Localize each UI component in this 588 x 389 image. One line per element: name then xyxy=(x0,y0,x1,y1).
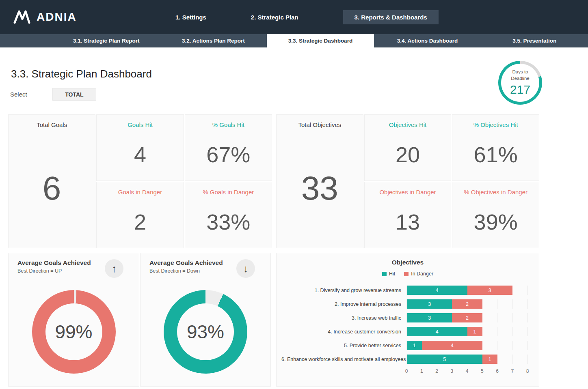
bar-row: 6. Enhance workforce skills and motivate… xyxy=(281,355,527,364)
bar-segment-in-danger: 1 xyxy=(482,355,497,364)
bar-segment-hit: 1 xyxy=(407,341,422,350)
bar-category-label: 5. Provide better services xyxy=(281,343,406,348)
kpi-pct-goals-in-danger-label: % Goals in Danger xyxy=(203,189,254,196)
kpi-pct-goals-in-danger-value: 33% xyxy=(206,209,250,234)
x-axis-tick: 8 xyxy=(526,368,529,374)
bar-row: 4. Increase customer conversion41 xyxy=(281,327,527,336)
days-to-deadline-inner: Days to Deadline 217 xyxy=(501,64,539,102)
bar-segment-hit: 3 xyxy=(407,313,452,322)
kpi-pct-objectives-in-danger: % Objectives in Danger 39% xyxy=(452,182,539,248)
card-head-text: Average Goals Achieved Best Direction = … xyxy=(17,259,91,274)
select-row: Select TOTAL xyxy=(10,88,96,101)
total-select-button[interactable]: TOTAL xyxy=(52,88,96,101)
hit-legend-swatch xyxy=(382,272,387,276)
nav-strategic-plan[interactable]: 2. Strategic Plan xyxy=(251,14,298,21)
bar-track: 51 xyxy=(406,355,527,364)
kpi-pct-goals-in-danger: % Goals in Danger 33% xyxy=(185,182,272,248)
kpi-total-goals: Total Goals 6 xyxy=(8,114,95,248)
avg-goals-achieved-down-card: Average Goals Achieved Best Direction = … xyxy=(140,253,271,387)
nav-reports-dashboards[interactable]: 3. Reports & Dashboards xyxy=(343,10,439,24)
x-axis-tick: 7 xyxy=(511,368,514,374)
tab-strategic-plan-report[interactable]: 3.1. Strategic Plan Report xyxy=(53,34,160,47)
days-to-deadline-gauge: Days to Deadline 217 xyxy=(498,61,542,105)
in-danger-legend-label: In Danger xyxy=(411,271,433,277)
bar-track: 43 xyxy=(406,286,527,295)
legend-item-hit: Hit xyxy=(382,271,395,277)
bar-category-label: 3. Increase web traffic xyxy=(281,315,406,321)
gauge-card-subtitle: Best Direction = Down xyxy=(149,268,223,274)
tab-actions-plan-report[interactable]: 3.2. Actions Plan Report xyxy=(160,34,267,47)
strategic-dashboard-page: ADNIA 1. Settings 2. Strategic Plan 3. R… xyxy=(0,0,588,389)
kpi-goals-hit-value: 4 xyxy=(134,142,146,167)
avg-goals-achieved-up-card: Average Goals Achieved Best Direction = … xyxy=(8,253,139,387)
adnia-logo-icon xyxy=(12,10,31,24)
chart-legend: Hit In Danger xyxy=(277,271,539,277)
x-axis-tick: 2 xyxy=(435,368,438,374)
card-head: Average Goals Achieved Best Direction = … xyxy=(9,253,139,278)
nav-settings[interactable]: 1. Settings xyxy=(175,14,206,21)
bar-category-label: 4. Increase customer conversion xyxy=(281,329,406,335)
down-arrow-icon: ↓ xyxy=(236,259,255,278)
gauge-card-title: Average Goals Achieved xyxy=(149,259,223,266)
bar-row: 2. Improve internal processes32 xyxy=(281,299,527,309)
donut-hole: 93% xyxy=(177,303,234,360)
x-axis-tick: 3 xyxy=(450,368,453,374)
bar-segment-hit: 4 xyxy=(407,286,467,295)
bar-track: 32 xyxy=(406,299,527,309)
bar-segment-hit: 3 xyxy=(407,299,452,309)
bar-category-label: 6. Enhance workforce skills and motivate… xyxy=(281,357,406,362)
kpi-pct-objectives-hit-value: 61% xyxy=(474,142,518,167)
select-label: Select xyxy=(10,91,52,98)
bar-track: 14 xyxy=(406,341,527,350)
x-axis-tick: 5 xyxy=(481,368,484,374)
brand-logo[interactable]: ADNIA xyxy=(0,10,77,24)
bar-row: 5. Provide better services14 xyxy=(281,341,527,350)
kpi-objectives-in-danger-value: 13 xyxy=(396,209,420,234)
kpi-pct-objectives-hit-label: % Objectives Hit xyxy=(473,121,518,128)
x-axis: 012345678 xyxy=(406,368,527,375)
kpi-pct-goals-hit-value: 67% xyxy=(206,142,250,167)
bar-segment-in-danger: 1 xyxy=(467,327,482,336)
kpi-total-goals-value: 6 xyxy=(43,169,61,207)
bar-segment-in-danger: 2 xyxy=(452,313,482,322)
kpi-pct-objectives-in-danger-value: 39% xyxy=(474,209,518,234)
x-axis-tick: 4 xyxy=(466,368,469,374)
donut-percent: 99% xyxy=(55,321,92,343)
bar-category-label: 1. Diversify and grow revenue streams xyxy=(281,288,406,293)
kpi-goals-hit-label: Goals Hit xyxy=(128,121,153,128)
in-danger-legend-swatch xyxy=(404,272,409,276)
tab-actions-dashboard[interactable]: 3.4. Actions Dashboard xyxy=(374,34,481,47)
kpi-total-objectives: Total Objectives 33 xyxy=(276,114,363,248)
chart-title: Objectives xyxy=(277,259,539,266)
kpi-pct-objectives-in-danger-label: % Objectives in Danger xyxy=(464,189,527,196)
deadline-label-line2: Deadline xyxy=(511,75,529,82)
kpi-goals-in-danger: Goals in Danger 2 xyxy=(96,182,184,248)
bar-track: 32 xyxy=(406,313,527,322)
tab-strategic-dashboard[interactable]: 3.3. Strategic Dashboard xyxy=(267,34,374,47)
kpi-objectives-hit: Objectives Hit 20 xyxy=(364,114,452,181)
gauge-card-subtitle: Best Direction = UP xyxy=(17,268,91,274)
goals-kpi-panel: Total Goals 6 Goals Hit 4 % Goals Hit 67… xyxy=(8,114,272,248)
gauge-card-title: Average Goals Achieved xyxy=(17,259,91,266)
bar-segment-hit: 4 xyxy=(407,327,467,336)
up-arrow-icon: ↑ xyxy=(105,259,123,278)
goals-donut-down: 93% xyxy=(164,290,247,374)
top-header: ADNIA 1. Settings 2. Strategic Plan 3. R… xyxy=(0,0,588,34)
bar-segment-in-danger: 4 xyxy=(422,341,482,350)
kpi-objectives-hit-value: 20 xyxy=(396,142,420,167)
chart-body: 1. Diversify and grow revenue streams432… xyxy=(277,286,539,375)
legend-item-in-danger: In Danger xyxy=(404,271,433,277)
up-arrow-glyph: ↑ xyxy=(112,263,117,275)
tab-presentation[interactable]: 3.5. Presentation xyxy=(481,34,588,47)
bar-row: 1. Diversify and grow revenue streams43 xyxy=(281,286,527,295)
deadline-value: 217 xyxy=(510,83,530,97)
kpi-total-objectives-value: 33 xyxy=(301,169,338,207)
hit-legend-label: Hit xyxy=(389,271,395,277)
kpi-objectives-in-danger-label: Objectives in Danger xyxy=(379,189,436,196)
kpi-objectives-hit-label: Objectives Hit xyxy=(389,121,427,128)
kpi-total-goals-label: Total Goals xyxy=(37,121,67,128)
goals-donut-up: 99% xyxy=(32,290,116,374)
card-head-text: Average Goals Achieved Best Direction = … xyxy=(149,259,223,274)
bar-track: 41 xyxy=(406,327,527,336)
card-head: Average Goals Achieved Best Direction = … xyxy=(141,253,270,278)
